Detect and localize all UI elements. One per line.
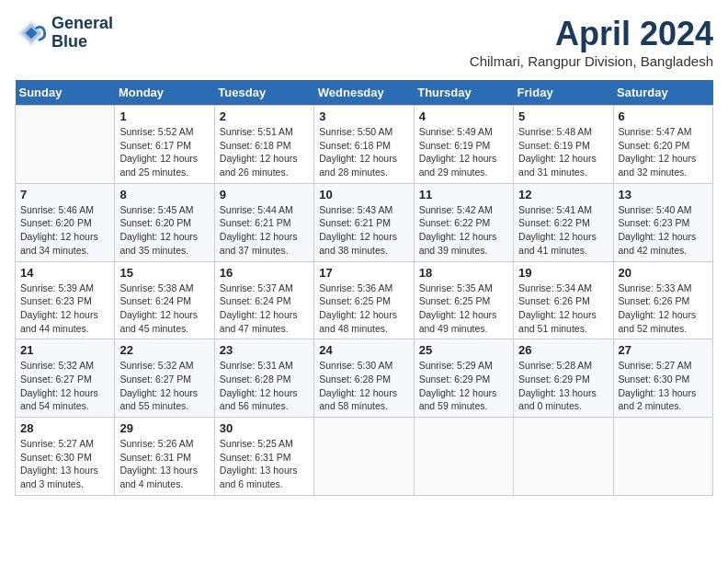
weekday-header-monday: Monday <box>115 80 214 106</box>
calendar-cell: 20Sunrise: 5:33 AM Sunset: 6:26 PM Dayli… <box>613 261 712 339</box>
calendar-week-2: 7Sunrise: 5:46 AM Sunset: 6:20 PM Daylig… <box>16 183 713 261</box>
logo-text: General Blue <box>51 15 113 52</box>
day-number: 4 <box>419 109 508 123</box>
day-number: 9 <box>220 188 309 201</box>
day-number: 17 <box>319 266 408 280</box>
calendar-week-5: 28Sunrise: 5:27 AM Sunset: 6:30 PM Dayli… <box>16 418 713 496</box>
day-info: Sunrise: 5:28 AM Sunset: 6:29 PM Dayligh… <box>518 359 608 413</box>
day-info: Sunrise: 5:29 AM Sunset: 6:29 PM Dayligh… <box>419 359 508 413</box>
calendar-cell: 30Sunrise: 5:25 AM Sunset: 6:31 PM Dayli… <box>214 418 313 496</box>
calendar-cell: 5Sunrise: 5:48 AM Sunset: 6:19 PM Daylig… <box>514 106 613 184</box>
calendar-cell: 10Sunrise: 5:43 AM Sunset: 6:21 PM Dayli… <box>314 183 414 261</box>
logo-icon <box>15 17 48 50</box>
day-number: 3 <box>319 109 408 123</box>
calendar-cell: 25Sunrise: 5:29 AM Sunset: 6:29 PM Dayli… <box>414 339 513 418</box>
day-info: Sunrise: 5:25 AM Sunset: 6:31 PM Dayligh… <box>220 437 309 491</box>
weekday-header-saturday: Saturday <box>613 80 712 106</box>
page-header: General Blue April 2024 Chilmari, Rangpu… <box>15 15 713 69</box>
day-info: Sunrise: 5:26 AM Sunset: 6:31 PM Dayligh… <box>119 437 209 491</box>
calendar-week-1: 1Sunrise: 5:52 AM Sunset: 6:17 PM Daylig… <box>16 106 713 184</box>
calendar-cell <box>613 418 712 496</box>
calendar-cell: 24Sunrise: 5:30 AM Sunset: 6:28 PM Dayli… <box>314 339 414 418</box>
calendar-cell: 1Sunrise: 5:52 AM Sunset: 6:17 PM Daylig… <box>115 106 214 184</box>
calendar-week-3: 14Sunrise: 5:39 AM Sunset: 6:23 PM Dayli… <box>16 261 713 339</box>
day-info: Sunrise: 5:39 AM Sunset: 6:23 PM Dayligh… <box>20 282 109 336</box>
calendar-cell: 12Sunrise: 5:41 AM Sunset: 6:22 PM Dayli… <box>514 183 613 261</box>
day-number: 27 <box>619 343 708 357</box>
day-info: Sunrise: 5:33 AM Sunset: 6:26 PM Dayligh… <box>619 282 708 336</box>
weekday-header-thursday: Thursday <box>414 80 513 106</box>
day-number: 7 <box>20 188 109 201</box>
day-info: Sunrise: 5:34 AM Sunset: 6:26 PM Dayligh… <box>518 282 608 336</box>
day-number: 20 <box>619 266 708 280</box>
calendar-cell: 13Sunrise: 5:40 AM Sunset: 6:23 PM Dayli… <box>613 183 712 261</box>
day-number: 16 <box>220 266 309 280</box>
day-info: Sunrise: 5:36 AM Sunset: 6:25 PM Dayligh… <box>319 282 408 336</box>
day-info: Sunrise: 5:52 AM Sunset: 6:17 PM Dayligh… <box>119 125 209 179</box>
day-number: 14 <box>20 266 109 280</box>
day-number: 5 <box>518 109 608 123</box>
day-info: Sunrise: 5:38 AM Sunset: 6:24 PM Dayligh… <box>119 282 209 336</box>
calendar-cell: 29Sunrise: 5:26 AM Sunset: 6:31 PM Dayli… <box>115 418 214 496</box>
day-info: Sunrise: 5:37 AM Sunset: 6:24 PM Dayligh… <box>220 282 309 336</box>
calendar-cell: 15Sunrise: 5:38 AM Sunset: 6:24 PM Dayli… <box>115 261 214 339</box>
calendar-cell: 28Sunrise: 5:27 AM Sunset: 6:30 PM Dayli… <box>16 418 115 496</box>
day-number: 15 <box>119 266 209 280</box>
weekday-header-friday: Friday <box>514 80 613 106</box>
calendar-cell <box>16 106 115 184</box>
day-info: Sunrise: 5:30 AM Sunset: 6:28 PM Dayligh… <box>319 359 408 413</box>
day-number: 24 <box>319 343 408 357</box>
month-title: April 2024 <box>470 15 713 53</box>
day-info: Sunrise: 5:41 AM Sunset: 6:22 PM Dayligh… <box>518 203 608 258</box>
calendar-cell: 8Sunrise: 5:45 AM Sunset: 6:20 PM Daylig… <box>115 183 214 261</box>
day-number: 1 <box>119 109 209 123</box>
logo: General Blue <box>15 15 113 52</box>
calendar-cell: 11Sunrise: 5:42 AM Sunset: 6:22 PM Dayli… <box>414 183 513 261</box>
day-info: Sunrise: 5:51 AM Sunset: 6:18 PM Dayligh… <box>220 125 309 179</box>
day-number: 2 <box>220 109 309 123</box>
day-number: 12 <box>518 188 608 201</box>
day-number: 21 <box>20 343 109 357</box>
day-info: Sunrise: 5:46 AM Sunset: 6:20 PM Dayligh… <box>20 203 109 258</box>
day-number: 22 <box>119 343 209 357</box>
calendar-cell: 3Sunrise: 5:50 AM Sunset: 6:18 PM Daylig… <box>314 106 414 184</box>
day-info: Sunrise: 5:45 AM Sunset: 6:20 PM Dayligh… <box>119 203 209 258</box>
day-info: Sunrise: 5:49 AM Sunset: 6:19 PM Dayligh… <box>419 125 508 179</box>
calendar-cell: 4Sunrise: 5:49 AM Sunset: 6:19 PM Daylig… <box>414 106 513 184</box>
day-number: 25 <box>419 343 508 357</box>
calendar-cell: 16Sunrise: 5:37 AM Sunset: 6:24 PM Dayli… <box>214 261 313 339</box>
day-info: Sunrise: 5:48 AM Sunset: 6:19 PM Dayligh… <box>518 125 608 179</box>
day-info: Sunrise: 5:47 AM Sunset: 6:20 PM Dayligh… <box>619 125 708 179</box>
calendar-table: SundayMondayTuesdayWednesdayThursdayFrid… <box>15 80 713 496</box>
day-info: Sunrise: 5:32 AM Sunset: 6:27 PM Dayligh… <box>119 359 209 413</box>
day-number: 18 <box>419 266 508 280</box>
day-number: 26 <box>518 343 608 357</box>
day-info: Sunrise: 5:27 AM Sunset: 6:30 PM Dayligh… <box>20 437 109 491</box>
calendar-cell: 27Sunrise: 5:27 AM Sunset: 6:30 PM Dayli… <box>613 339 712 418</box>
day-info: Sunrise: 5:44 AM Sunset: 6:21 PM Dayligh… <box>220 203 309 258</box>
day-number: 8 <box>119 188 209 201</box>
weekday-header-tuesday: Tuesday <box>214 80 313 106</box>
calendar-cell: 6Sunrise: 5:47 AM Sunset: 6:20 PM Daylig… <box>613 106 712 184</box>
calendar-cell: 18Sunrise: 5:35 AM Sunset: 6:25 PM Dayli… <box>414 261 513 339</box>
location-subtitle: Chilmari, Rangpur Division, Bangladesh <box>470 53 713 69</box>
weekday-header-sunday: Sunday <box>16 80 115 106</box>
day-number: 28 <box>20 421 109 435</box>
calendar-cell: 21Sunrise: 5:32 AM Sunset: 6:27 PM Dayli… <box>16 339 115 418</box>
calendar-cell: 26Sunrise: 5:28 AM Sunset: 6:29 PM Dayli… <box>514 339 613 418</box>
day-number: 10 <box>319 188 408 201</box>
calendar-cell: 7Sunrise: 5:46 AM Sunset: 6:20 PM Daylig… <box>16 183 115 261</box>
calendar-cell: 23Sunrise: 5:31 AM Sunset: 6:28 PM Dayli… <box>214 339 313 418</box>
day-info: Sunrise: 5:27 AM Sunset: 6:30 PM Dayligh… <box>619 359 708 413</box>
calendar-cell: 2Sunrise: 5:51 AM Sunset: 6:18 PM Daylig… <box>214 106 313 184</box>
calendar-cell <box>314 418 414 496</box>
day-info: Sunrise: 5:40 AM Sunset: 6:23 PM Dayligh… <box>619 203 708 258</box>
calendar-cell: 17Sunrise: 5:36 AM Sunset: 6:25 PM Dayli… <box>314 261 414 339</box>
weekday-header-wednesday: Wednesday <box>314 80 414 106</box>
day-info: Sunrise: 5:50 AM Sunset: 6:18 PM Dayligh… <box>319 125 408 179</box>
calendar-cell: 19Sunrise: 5:34 AM Sunset: 6:26 PM Dayli… <box>514 261 613 339</box>
day-number: 19 <box>518 266 608 280</box>
day-info: Sunrise: 5:35 AM Sunset: 6:25 PM Dayligh… <box>419 282 508 336</box>
day-number: 30 <box>220 421 309 435</box>
day-number: 29 <box>119 421 209 435</box>
